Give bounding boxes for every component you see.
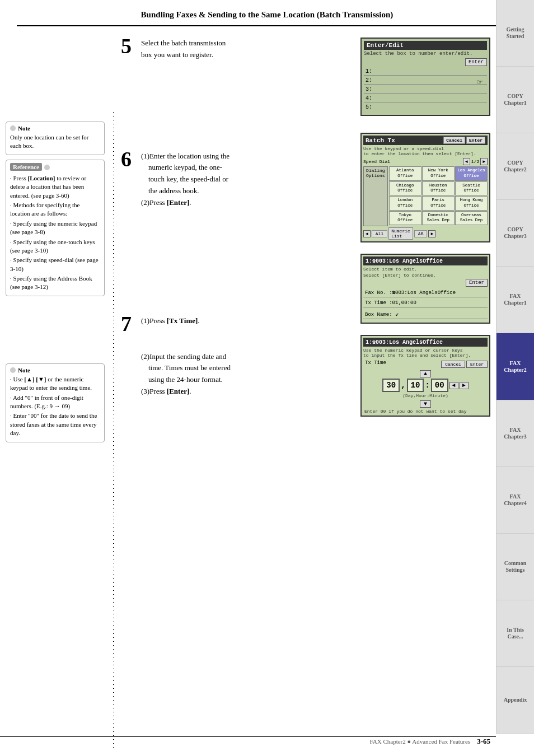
enter-edit-screen-container: Enter/Edit Select the box to number ente… [360,38,490,116]
batch-cell-losangeles[interactable]: Los AngelesOffice [455,166,488,181]
note-dot-1 [10,125,16,131]
note2-item-0: · Use [▲] [▼] or the numeric keypad to e… [10,375,100,393]
batch-cell-paris[interactable]: ParisOffice [422,196,455,211]
enter-edit-screen: Enter/Edit Select the box to number ente… [360,38,490,116]
step-7-number: 7 [121,313,137,334]
screen-line-2: 2: ☞ [364,77,487,85]
sidebar-tab-copy1[interactable]: COPYChapter1 [496,67,534,133]
step-5-block: 5 Select the batch transmissionbox you w… [121,38,356,61]
sidebar-tab-in-this-case[interactable]: In ThisCase... [496,600,534,667]
los-angeles-detail-container: 1:☎003:Los AngelsOffice Select item to e… [360,254,490,324]
batch-tx-screen-container: Batch Tx Cancel Enter Use the keypad or … [360,133,490,242]
sidebar-tab-common[interactable]: CommonSettings [496,534,534,600]
ref-item-4: · Specify using speed-dial (see page 3-1… [10,256,100,273]
sidebar-tab-fax2[interactable]: FAXChapter2 [496,333,534,400]
screen-line-3: 3: [364,86,487,94]
batch-tx-title-row: Batch Tx Cancel Enter [363,136,488,145]
los-angeles-detail-sub2: Select [Enter] to continue. [363,273,488,278]
sidebar-tab-appendix[interactable]: Appendix [496,667,534,734]
sidebar-tab-fax1[interactable]: FAXChapter1 [496,267,534,333]
time-note: Enter 00 if you do not want to set day [363,409,488,414]
dot-line [113,110,114,749]
footer-text: FAX Chapter2 ● Advanced Fax Features [370,738,471,745]
detail-field-txtime: Tx Time :01,00:00 [363,299,488,307]
left-column: Note Only one location can be set for ea… [6,32,109,749]
sidebar-tab-fax3[interactable]: FAXChapter3 [496,400,534,467]
step-6-number: 6 [121,148,137,170]
batch-nav-left[interactable]: ◄ [463,158,470,165]
time-hour-value: 10 [407,379,424,392]
batch-cell-atlanta[interactable]: AtlantaOffice [389,166,421,181]
time-right-btn[interactable]: ► [460,382,469,389]
batch-tx-btn-group: Cancel Enter [443,137,485,144]
batch-tab-ab[interactable]: AB [414,230,428,237]
sidebar-tab-copy2[interactable]: COPYChapter2 [496,133,534,200]
batch-bottom-left[interactable]: ◄ [363,230,371,237]
ref-item-1: · Methods for specifying the location ar… [10,201,100,218]
screen-line-1: 1: [364,68,487,76]
step-5-text: Select the batch transmissionbox you wan… [141,38,226,61]
time-up-btn[interactable]: ▲ [420,370,431,377]
time-colon: : [425,381,429,390]
note-dot-2 [10,367,16,373]
ref-item-0: · Press [Location] to review or delete a… [10,174,100,200]
enter-edit-btn-row: Enter [364,58,487,66]
page-title: Bundling Faxes & Sending to the Same Loc… [17,0,517,26]
batch-page: 1/2 [471,159,479,164]
batch-nav-right[interactable]: ► [480,158,488,165]
footer-page: 3-65 [477,737,490,746]
time-minute-value: 00 [431,379,448,392]
batch-tab-numeric[interactable]: NumericList [388,227,413,240]
enter-edit-title: Enter/Edit [364,41,487,50]
cursor-symbol: ↙ [395,311,399,318]
enter-edit-enter-btn[interactable]: Enter [465,58,487,66]
reference-dot [44,165,50,170]
right-sidebar: GettingStarted COPYChapter1 COPYChapter2… [496,0,534,734]
los-angeles-detail-sub1: Select item to edit. [363,267,488,272]
batch-tab-all[interactable]: All [372,230,387,237]
screen-line-4: 4: [364,95,487,102]
batch-cell-tokyo[interactable]: TokyoOffice [389,211,421,226]
ref-item-3: · Specify using the one-touch keys (see … [10,238,100,255]
note-box-2: Note · Use [▲] [▼] or the numeric keypad… [6,363,105,442]
step-6-text: (1)Enter the location using the numeric … [141,151,229,209]
batch-cell-newyork[interactable]: New YorkOffice [422,166,455,181]
step-5-number: 5 [121,35,137,57]
detail-field-boxname: Box Name: ↙ [363,309,488,319]
note2-item-1: · Add "0" in front of one-digit numbers.… [10,394,100,411]
batch-cell-chicago[interactable]: ChicagoOffice [389,181,421,196]
time-dhmm-label: (Day,Hour:Minute) [363,393,488,398]
screens-column: Enter/Edit Select the box to number ente… [356,32,490,749]
batch-cell-hongkong[interactable]: Hong KongOffice [455,196,488,211]
sidebar-tab-getting-started[interactable]: GettingStarted [496,0,534,67]
main-content: Note Only one location can be set for ea… [0,26,496,754]
dot-separator [109,32,118,749]
los-angeles-detail-btn-row: Enter [363,279,488,287]
time-day-value: 30 [382,379,400,392]
time-down-btn[interactable]: ▼ [420,400,431,408]
batch-speed-label: Speed Dial [363,159,390,164]
batch-tx-enter-btn[interactable]: Enter [466,137,485,144]
batch-cell-london[interactable]: LondonOffice [389,196,421,211]
batch-tx-cancel-btn[interactable]: Cancel [443,137,465,144]
batch-speed-row: Speed Dial ◄ 1/2 ► [363,158,488,165]
step-7-text: (1)Press [Tx Time]. [141,315,200,327]
batch-cell-seattle[interactable]: SeattleOffice [455,181,488,196]
ref-item-2: · Specify using the numeric keypad (see … [10,220,100,237]
sidebar-tab-copy3[interactable]: COPYChapter3 [496,200,534,267]
time-left-btn[interactable]: ◄ [449,382,458,389]
time-cancel-btn[interactable]: Cancel [441,361,465,368]
batch-cell-domestic[interactable]: DomesticSales Dep [422,211,455,226]
reference-box: Reference · Press [Location] to review o… [6,160,105,296]
batch-bottom-right[interactable]: ► [428,230,435,237]
time-input-container: 1:☎003:Los AngelsOffice Use the numeric … [360,335,490,417]
batch-cell-houston[interactable]: HoustonOffice [422,181,455,196]
step-7-block: 7 (1)Press [Tx Time]. [121,315,356,334]
batch-tx-info: Use the keypad or a speed-dialto enter t… [363,146,488,156]
time-enter-btn[interactable]: Enter [466,361,488,368]
steps-column: 5 Select the batch transmissionbox you w… [118,32,356,749]
sidebar-tab-fax4[interactable]: FAXChapter4 [496,467,534,534]
time-input-title: 1:☎003:Los AngelsOffice [363,338,488,347]
batch-cell-overseas[interactable]: OverseasSales Dep [455,211,488,226]
los-angeles-enter-btn[interactable]: Enter [466,279,488,287]
